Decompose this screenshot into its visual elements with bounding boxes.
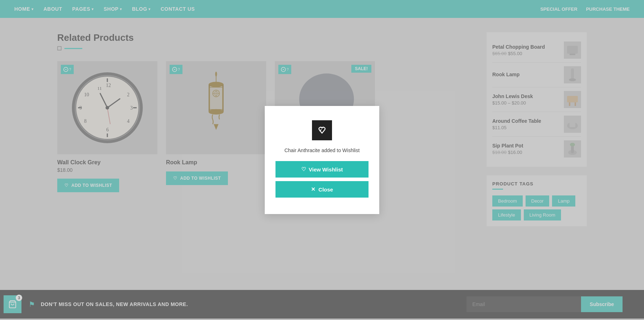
close-icon-modal: ✕ [311, 186, 316, 193]
close-modal-button[interactable]: ✕ Close [275, 181, 369, 198]
wishlist-modal-icon [316, 125, 328, 136]
view-wishlist-button[interactable]: ♡ View Wishlist [275, 161, 369, 178]
modal-overlay: Chair Anthracite added to Wishlist ♡ Vie… [0, 0, 644, 320]
modal-icon-wrap [312, 120, 332, 140]
modal-message: Chair Anthracite added to Wishlist [284, 147, 360, 153]
modal-box: Chair Anthracite added to Wishlist ♡ Vie… [265, 106, 379, 214]
heart-icon-modal: ♡ [301, 166, 306, 173]
